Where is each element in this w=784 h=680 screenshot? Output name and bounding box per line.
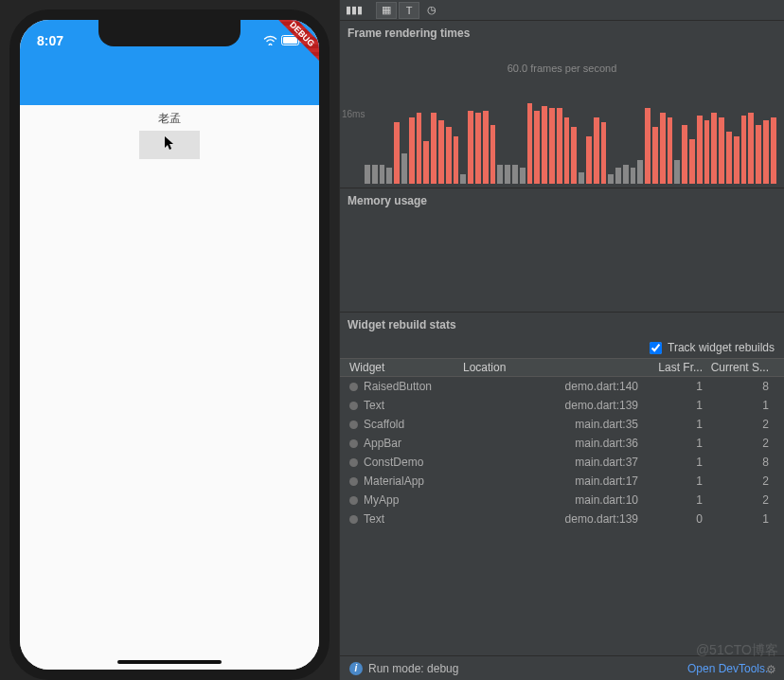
dot-icon	[349, 421, 358, 429]
frame-chart-subtitle: 60.0 frames per second	[340, 63, 784, 74]
raised-button[interactable]	[139, 131, 200, 159]
cell-current: 2	[708, 474, 784, 488]
cell-current: 8	[708, 380, 784, 393]
cell-last: 1	[648, 418, 708, 431]
frame-bar	[631, 168, 636, 185]
frame-bar	[380, 165, 385, 184]
memory-title: Memory usage	[340, 188, 784, 213]
cell-widget: Text	[340, 399, 463, 412]
table-row[interactable]: Textdemo.dart:13911	[340, 396, 784, 415]
grid-icon[interactable]: ▦	[376, 2, 397, 19]
cell-widget: Text	[340, 512, 463, 526]
phone-frame: DEBUG 8:07 老孟	[9, 9, 330, 680]
track-rebuilds-checkbox[interactable]	[650, 342, 662, 354]
cell-location: main.dart:36	[463, 437, 648, 450]
frame-bar	[771, 117, 776, 184]
frame-bar	[475, 113, 481, 184]
dot-icon	[349, 402, 358, 410]
rebuild-table-body: RaisedButtondemo.dart:14018Textdemo.dart…	[340, 377, 784, 528]
frame-bar	[756, 125, 761, 185]
frame-bar	[446, 127, 452, 184]
frame-bar	[438, 120, 444, 185]
frame-bar	[726, 132, 732, 184]
frame-bar	[637, 160, 643, 184]
frame-bar	[490, 125, 496, 185]
frame-bar	[372, 165, 378, 184]
frame-bar	[460, 174, 466, 184]
table-row[interactable]: ConstDemomain.dart:3718	[340, 453, 784, 472]
frame-bar	[423, 141, 429, 184]
frame-bar	[365, 165, 370, 184]
cell-last: 1	[648, 380, 708, 393]
memory-section: Memory usage	[340, 188, 784, 312]
col-location[interactable]: Location	[463, 361, 648, 374]
frame-bar	[645, 108, 650, 184]
app-body[interactable]: 老孟	[20, 105, 319, 680]
cell-widget: AppBar	[340, 437, 463, 450]
frame-bar	[674, 160, 680, 184]
dot-icon	[349, 496, 358, 505]
frame-bar	[719, 117, 724, 184]
gear-icon[interactable]: ⚙	[766, 663, 776, 676]
title-text: 老孟	[158, 111, 181, 127]
app-bar	[20, 62, 319, 105]
rebuild-title: Widget rebuild stats	[340, 313, 784, 337]
frame-bar	[527, 103, 533, 184]
info-icon: i	[349, 662, 363, 675]
cell-location: main.dart:35	[463, 418, 648, 431]
table-row[interactable]: AppBarmain.dart:3612	[340, 434, 784, 453]
table-row[interactable]: MaterialAppmain.dart:1712	[340, 472, 784, 491]
dot-icon	[349, 383, 358, 391]
cell-widget: MyApp	[340, 493, 463, 507]
col-last-frame[interactable]: Last Fr...	[648, 361, 708, 374]
clock-icon[interactable]: ◷	[421, 2, 442, 19]
frame-bar	[417, 113, 422, 184]
frame-bar	[497, 165, 503, 184]
frame-bar	[557, 108, 562, 184]
debug-banner-label: DEBUG	[274, 20, 319, 65]
frame-bar	[483, 111, 489, 185]
devtools-toolbar: ▮▮▮ ▦ T ◷	[340, 0, 784, 21]
cell-current: 1	[708, 512, 784, 526]
table-row[interactable]: MyAppmain.dart:1012	[340, 491, 784, 510]
frame-bar	[401, 153, 407, 185]
frame-bar	[668, 117, 673, 184]
frame-bar	[454, 136, 459, 184]
frame-bar	[564, 117, 570, 184]
dot-icon	[349, 515, 358, 524]
open-devtools-link[interactable]: Open DevTools...	[687, 662, 775, 675]
frame-bar	[505, 165, 510, 184]
frame-rendering-section: Frame rendering times 60.0 frames per se…	[340, 21, 784, 188]
cell-last: 0	[648, 512, 708, 526]
phone-notch	[98, 20, 241, 46]
cell-last: 1	[648, 474, 708, 488]
frame-bar	[682, 125, 687, 185]
frame-bar	[615, 168, 621, 185]
cell-location: demo.dart:139	[463, 512, 648, 526]
table-row[interactable]: RaisedButtondemo.dart:14018	[340, 377, 784, 396]
dot-icon	[349, 477, 358, 486]
cell-current: 8	[708, 456, 784, 469]
frame-bar	[704, 120, 710, 185]
table-row[interactable]: Textdemo.dart:13901	[340, 510, 784, 528]
frame-chart[interactable]: 60.0 frames per second 16ms	[340, 45, 784, 188]
watermark: @51CTO博客	[696, 642, 778, 659]
col-widget[interactable]: Widget	[340, 361, 463, 374]
dot-icon	[349, 458, 358, 467]
frame-bar	[601, 122, 607, 184]
track-rebuilds-label: Track widget rebuilds	[668, 341, 775, 354]
frame-bar	[386, 168, 392, 185]
col-current-session[interactable]: Current S...	[708, 361, 784, 374]
frame-bar	[697, 116, 703, 185]
devtools-panel: ▮▮▮ ▦ T ◷ Frame rendering times 60.0 fra…	[339, 0, 784, 680]
text-icon[interactable]: T	[399, 2, 419, 19]
cell-last: 1	[648, 456, 708, 469]
frame-rendering-title: Frame rendering times	[340, 21, 784, 45]
bars-icon[interactable]: ▮▮▮	[344, 2, 365, 19]
frame-bar	[409, 117, 415, 184]
frame-bar	[660, 113, 666, 184]
home-indicator	[117, 660, 222, 664]
frame-bar	[594, 117, 599, 184]
table-row[interactable]: Scaffoldmain.dart:3512	[340, 415, 784, 434]
frame-bar	[571, 127, 577, 184]
